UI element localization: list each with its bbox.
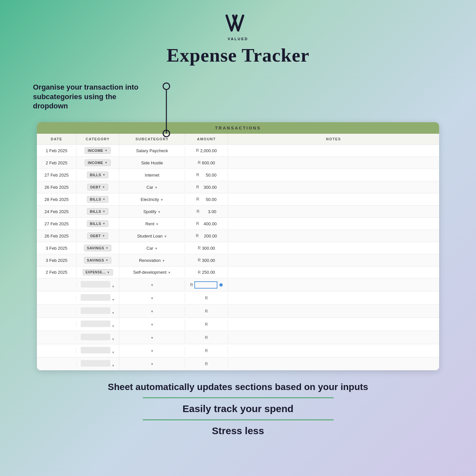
table-row: ▼ ▼ R <box>37 305 439 318</box>
table-row: ▼ ▼ R <box>37 318 439 331</box>
amount-input[interactable] <box>194 281 217 289</box>
cell-notes <box>228 148 439 153</box>
cell-subcategory: Side Hustle <box>119 158 185 168</box>
cell-date: 24 Feb 2025 <box>37 207 76 217</box>
cell-category: BILLS ▼ <box>76 169 119 181</box>
cell-notes <box>228 282 439 288</box>
cell-amount: R 250.00 <box>185 267 228 277</box>
table-row: 27 Feb 2025 BILLS ▼ Internet R 50.00 <box>37 169 439 181</box>
cell-date: 2 Feb 2025 <box>37 158 76 168</box>
cell-date: 3 Feb 2025 <box>37 243 76 253</box>
cell-amount: R 200.00 <box>185 231 228 241</box>
cell-subcategory: Student Loan ▼ <box>119 231 185 241</box>
table-row: 2 Feb 2025 EXPENSE... ▼ Self-development… <box>37 266 439 278</box>
annotation-text: Organise your transaction into subcatego… <box>33 83 148 111</box>
table-row: ▼ ▼ R <box>37 278 439 292</box>
table-row: 2 Feb 2025 INCOME ▼ Side Hustle R 600.00 <box>37 157 439 169</box>
cell-subcategory: Renovation ▼ <box>119 255 185 266</box>
cell-subcategory: ▼ <box>119 280 185 290</box>
table-row: ▼ ▼ R <box>37 357 439 370</box>
cell-subcategory: Car ▼ <box>119 182 185 192</box>
cell-date: 3 Feb 2025 <box>37 255 76 266</box>
cell-subcategory: Car ▼ <box>119 243 185 253</box>
cell-category: SAVINGS ▼ <box>76 254 119 266</box>
feature-text-1: Sheet automatically updates sections bas… <box>108 382 368 392</box>
cell-notes <box>228 245 439 251</box>
cell-amount: R 600.00 <box>185 158 228 168</box>
cell-subcategory: Self-development ▼ <box>119 267 185 277</box>
cell-amount: R 2,000.00 <box>185 146 228 156</box>
cell-category: BILLS ▼ <box>76 206 119 217</box>
cell-notes <box>228 209 439 214</box>
logo-text: VALUED <box>228 37 248 41</box>
transactions-table: TRANSACTIONS DATE CATEGORY SUBCATEGORY A… <box>37 122 439 370</box>
cell-category: DEBT ▼ <box>76 181 119 193</box>
cell-notes <box>228 184 439 190</box>
cell-notes <box>228 197 439 202</box>
cell-notes <box>228 233 439 238</box>
cell-date: 1 Feb 2025 <box>37 146 76 156</box>
table-row: ▼ ▼ R <box>37 331 439 344</box>
cell-category: INCOME ▼ <box>76 145 119 156</box>
cell-category: INCOME ▼ <box>76 157 119 169</box>
cell-category: BILLS ▼ <box>76 193 119 205</box>
logo-area: VALUED <box>225 13 251 41</box>
cell-category: SAVINGS ▼ <box>76 242 119 254</box>
feature-text-3: Stress less <box>212 425 264 436</box>
cell-date <box>37 282 76 288</box>
cell-subcategory: Electricity ▼ <box>119 194 185 205</box>
table-row: 27 Feb 2025 BILLS ▼ Rent ▼ R 400.00 <box>37 218 439 230</box>
table-row: 24 Feb 2025 BILLS ▼ Spotify ▼ R 3.00 <box>37 206 439 218</box>
col-subcategory: SUBCATEGORY <box>119 134 185 144</box>
divider-1 <box>143 397 334 398</box>
cell-category: ▼ <box>76 278 119 291</box>
cell-category: DEBT ▼ <box>76 230 119 242</box>
cell-notes <box>228 160 439 165</box>
logo-icon <box>225 13 251 36</box>
svg-point-0 <box>163 83 170 90</box>
col-amount: AMOUNT <box>185 134 228 144</box>
table-row: ▼ ▼ R <box>37 292 439 305</box>
table-row: 3 Feb 2025 SAVINGS ▼ Renovation ▼ R 300.… <box>37 254 439 266</box>
cell-amount: R <box>185 279 228 291</box>
table-row: 1 Feb 2025 INCOME ▼ Salary Paycheck R 2,… <box>37 145 439 157</box>
table-row: 28 Feb 2025 BILLS ▼ Electricity ▼ R 50.0… <box>37 193 439 206</box>
cell-notes <box>228 270 439 275</box>
cell-amount: R 300.00 <box>185 255 228 266</box>
cell-notes <box>228 221 439 226</box>
cell-notes <box>228 172 439 178</box>
col-date: DATE <box>37 134 76 144</box>
cell-subcategory: Rent ▼ <box>119 219 185 229</box>
cell-subcategory: Spotify ▼ <box>119 207 185 217</box>
table-row: 26 Feb 2025 DEBT ▼ Car ▼ R 300.00 <box>37 181 439 193</box>
transactions-header: TRANSACTIONS <box>37 122 439 134</box>
column-headers: DATE CATEGORY SUBCATEGORY AMOUNT NOTES <box>37 134 439 145</box>
cell-amount: R 300.00 <box>185 243 228 253</box>
cell-date: 28 Feb 2025 <box>37 194 76 205</box>
cell-date: 26 Feb 2025 <box>37 231 76 241</box>
table-row: 3 Feb 2025 SAVINGS ▼ Car ▼ R 300.00 <box>37 242 439 254</box>
cell-category: EXPENSE... ▼ <box>76 266 119 278</box>
cell-amount: R 400.00 <box>185 219 228 229</box>
bottom-section: Sheet automatically updates sections bas… <box>26 382 450 436</box>
cell-subcategory: Internet <box>119 170 185 180</box>
cell-category: BILLS ▼ <box>76 218 119 230</box>
cell-subcategory: Salary Paycheck <box>119 146 185 156</box>
table-row: 26 Feb 2025 DEBT ▼ Student Loan ▼ R 200.… <box>37 230 439 242</box>
page-title: Expense Tracker <box>167 44 309 66</box>
table-row: ▼ ▼ R <box>37 344 439 357</box>
feature-text-2: Easily track your spend <box>182 403 294 414</box>
cell-date: 2 Feb 2025 <box>37 267 76 277</box>
cell-date: 27 Feb 2025 <box>37 170 76 180</box>
col-notes: NOTES <box>228 134 439 144</box>
cell-notes <box>228 258 439 263</box>
cell-date: 26 Feb 2025 <box>37 182 76 192</box>
divider-2 <box>143 419 334 420</box>
cell-amount: R 300.00 <box>185 182 228 192</box>
cell-amount: R 50.00 <box>185 170 228 180</box>
content-area: Organise your transaction into subcatego… <box>26 76 450 436</box>
cell-amount: R 50.00 <box>185 194 228 205</box>
col-category: CATEGORY <box>76 134 119 144</box>
page-wrapper: VALUED Expense Tracker Organise your tra… <box>0 0 476 476</box>
cell-amount: R 3.00 <box>185 207 228 217</box>
